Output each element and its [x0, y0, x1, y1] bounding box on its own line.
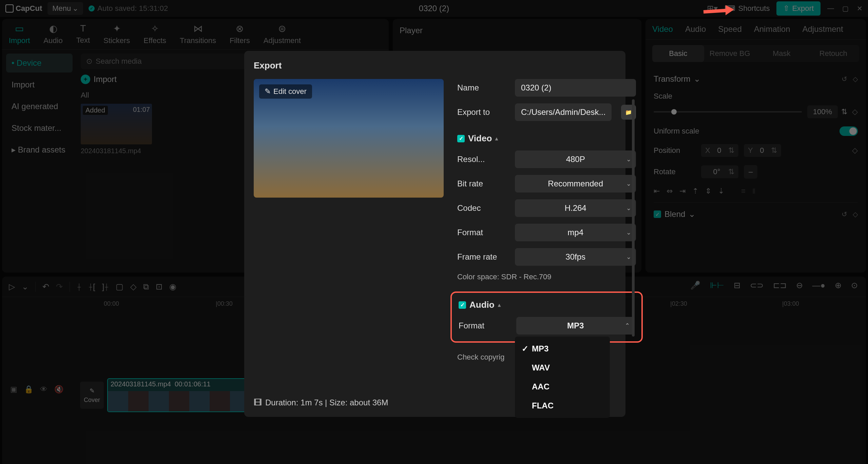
framerate-select[interactable]: 30fps⌄ [515, 248, 636, 266]
transform-header[interactable]: Transform⌄↺◇ [654, 74, 858, 84]
maximize-button[interactable]: ▢ [842, 4, 849, 13]
blend-header[interactable]: ✓ Blend⌄ ↺◇ [654, 202, 858, 219]
undo-icon[interactable]: ↶ [42, 282, 49, 291]
video-checkbox[interactable]: ✓ [457, 135, 465, 142]
audio-format-select[interactable]: MP3⌃ [516, 317, 635, 335]
magnet-main-icon[interactable]: ⊩⊢ [710, 281, 724, 290]
position-y-input[interactable]: Y0⇅ [744, 144, 781, 157]
tab-effects[interactable]: ✧Effects [143, 23, 166, 45]
tab-audio[interactable]: ◐Audio [43, 23, 62, 45]
split-left-icon[interactable]: ⟊[ [88, 282, 95, 291]
props-tab-video[interactable]: Video [652, 24, 673, 34]
align-center-h-icon[interactable]: ⇔ [667, 187, 673, 196]
delete-icon[interactable]: ▢ [116, 282, 123, 291]
video-format-select[interactable]: mp4⌄ [515, 224, 636, 241]
image-track-icon[interactable]: ▣ [10, 385, 17, 394]
resolution-select[interactable]: 480P⌄ [515, 150, 636, 168]
blend-checkbox[interactable]: ✓ [654, 210, 661, 218]
subtab-mask[interactable]: Mask [756, 45, 808, 62]
props-tab-audio[interactable]: Audio [685, 24, 706, 34]
sidebar-item-import[interactable]: Import [6, 75, 73, 94]
tab-text[interactable]: TText [76, 23, 90, 45]
align-center-v-icon[interactable]: ⇕ [705, 187, 711, 196]
dropdown-item-aac[interactable]: AAC [515, 377, 610, 396]
sidebar-item-device[interactable]: • Device [6, 54, 73, 73]
align-bottom-icon[interactable]: ⇣ [718, 187, 724, 196]
chevron-down-icon[interactable]: ⌄ [22, 282, 28, 291]
scale-slider[interactable] [654, 111, 802, 113]
uniform-scale-toggle[interactable] [840, 126, 858, 136]
scale-value[interactable]: 100% [807, 105, 838, 118]
split-right-icon[interactable]: ]⟊ [102, 282, 109, 291]
chevron-down-icon: ⌄ [626, 156, 631, 163]
props-tab-animation[interactable]: Animation [754, 24, 790, 34]
name-input[interactable]: 0320 (2) [515, 79, 636, 97]
eye-icon[interactable]: 👁 [40, 385, 47, 394]
magnet-icon[interactable]: ⊟ [734, 281, 740, 290]
tab-filters[interactable]: ⊗Filters [230, 23, 250, 45]
reset-icon[interactable]: ↺ [842, 210, 847, 218]
keyframe-icon[interactable]: ◇ [852, 107, 858, 116]
video-section-header[interactable]: ✓ Video ▴ [457, 133, 636, 144]
redo-icon[interactable]: ↷ [56, 282, 63, 291]
lock-icon[interactable]: 🔒 [24, 385, 33, 394]
media-thumbnail[interactable]: Added 01:07 202403181145.mp4 [81, 104, 152, 155]
tab-import[interactable]: ▭Import [9, 23, 30, 45]
distribute-h-icon[interactable]: ≡ [741, 187, 746, 196]
reset-icon[interactable]: ↺ [842, 75, 847, 83]
flip-icon[interactable]: – [744, 165, 757, 179]
bitrate-select[interactable]: Recommended⌄ [515, 175, 636, 193]
export-button[interactable]: ⇧ Export [776, 1, 821, 16]
rotate-input[interactable]: 0°⇅ [701, 165, 738, 178]
preview-icon[interactable]: ⊏⊐ [773, 281, 787, 290]
cursor-tool-icon[interactable]: ▷ [9, 282, 15, 291]
dropdown-item-flac[interactable]: FLAC [515, 396, 610, 415]
align-left-icon[interactable]: ⇤ [654, 187, 660, 196]
link-icon[interactable]: ⊂⊃ [750, 281, 764, 290]
subtab-removebg[interactable]: Remove BG [704, 45, 756, 62]
edit-cover-button[interactable]: ✎ Edit cover [259, 84, 312, 99]
zoom-slider[interactable]: —● [812, 281, 826, 290]
sidebar-item-brand[interactable]: ▸ Brand assets [6, 140, 73, 159]
align-right-icon[interactable]: ⇥ [679, 187, 686, 196]
zoom-fit-icon[interactable]: ⊙ [851, 281, 858, 290]
audio-checkbox[interactable]: ✓ [459, 301, 466, 309]
tab-stickers[interactable]: ✦Stickers [103, 23, 130, 45]
subtab-retouch[interactable]: Retouch [808, 45, 860, 62]
minimize-button[interactable]: ― [827, 4, 834, 13]
stepper-icon[interactable]: ⇅ [841, 107, 847, 116]
align-top-icon[interactable]: ⇡ [692, 187, 698, 196]
subtab-basic[interactable]: Basic [652, 45, 704, 62]
split-icon[interactable]: ⟊ [77, 282, 81, 291]
props-tab-speed[interactable]: Speed [718, 24, 741, 34]
export-to-input[interactable]: C:/Users/Admin/Desk... [515, 103, 612, 121]
cover-button[interactable]: ✎ Cover [80, 382, 104, 409]
close-button[interactable]: ✕ [857, 4, 863, 13]
sidebar-item-stock[interactable]: Stock mater... [6, 119, 73, 138]
codec-select[interactable]: H.264⌄ [515, 199, 636, 217]
keyframe-icon[interactable]: ◇ [853, 210, 858, 218]
distribute-v-icon[interactable]: ⦀ [752, 187, 755, 196]
dropdown-item-wav[interactable]: WAV [515, 358, 610, 377]
mic-icon[interactable]: 🎤 [690, 281, 700, 290]
position-x-input[interactable]: X0⇅ [701, 144, 738, 157]
sidebar-item-ai[interactable]: AI generated [6, 97, 73, 116]
zoom-in-icon[interactable]: ⊕ [835, 281, 842, 290]
dropdown-item-mp3[interactable]: MP3 [515, 339, 610, 358]
reverse-icon[interactable]: ⊡ [156, 282, 162, 291]
crop-icon[interactable]: ◇ [130, 282, 136, 291]
props-tab-adjustment[interactable]: Adjustment [802, 24, 843, 34]
mirror-icon[interactable]: ⧉ [143, 282, 149, 291]
video-clip[interactable]: 202403181145.mp4 00:01:06:11 [107, 378, 250, 412]
zoom-out-icon[interactable]: ⊖ [796, 281, 803, 290]
menu-button[interactable]: Menu ⌄ [47, 2, 83, 15]
modal-scrollbar[interactable] [632, 99, 635, 337]
freeze-icon[interactable]: ◉ [169, 282, 176, 291]
tab-transitions[interactable]: ⋈Transitions [180, 23, 216, 45]
tab-adjustment[interactable]: ⊜Adjustment [264, 23, 301, 45]
chevron-down-icon: ⌄ [626, 180, 631, 187]
audio-section-header[interactable]: ✓ Audio ▴ [459, 300, 635, 310]
mute-icon[interactable]: 🔇 [54, 385, 63, 394]
keyframe-icon[interactable]: ◇ [852, 146, 858, 155]
keyframe-icon[interactable]: ◇ [853, 75, 858, 83]
